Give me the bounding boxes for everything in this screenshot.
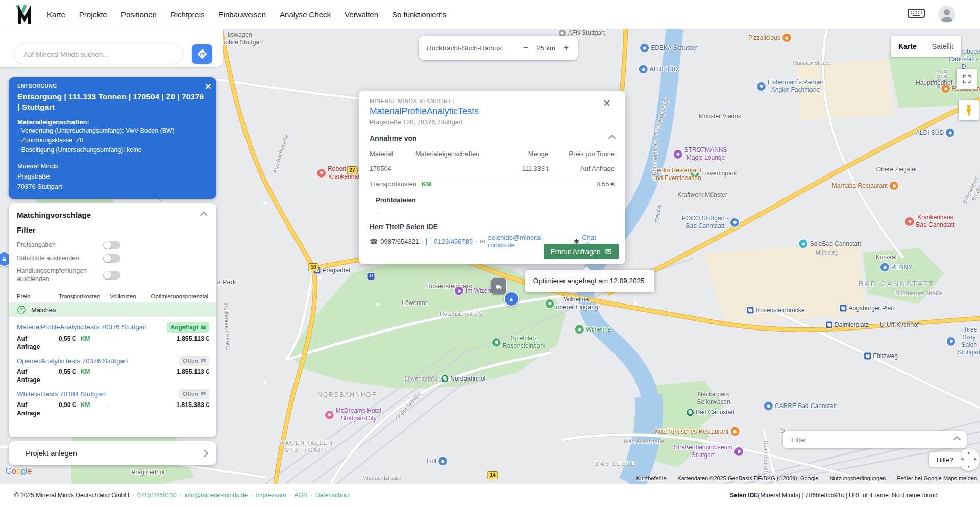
map-label-text: Rosensteinstraße — [440, 311, 484, 318]
match-name-link[interactable]: OpenedAnalyticTests 70376 Stuttgart — [17, 357, 128, 365]
ubahn-icon: U — [840, 305, 846, 312]
create-project-button[interactable]: Projekt anlegen — [9, 441, 216, 465]
poi-icon-food — [890, 182, 898, 190]
footer-link-07151-250100[interactable]: 07151/250100 — [137, 492, 177, 499]
poi-icon-shop — [880, 263, 889, 272]
google-logo[interactable]: Google — [5, 466, 32, 476]
material-property: Beseitigung (Untersuchungsumfang): keine — [17, 145, 208, 155]
popup-column-header: Menge — [492, 150, 548, 158]
matching-collapse-chevron-icon[interactable] — [200, 211, 207, 218]
match-name-link[interactable]: MaterialProfileAnalyticTests 70376 Stutt… — [17, 323, 147, 331]
fullscreen-button[interactable] — [957, 69, 977, 89]
mobile-number-link[interactable]: 0123/456789 — [434, 238, 473, 245]
map-label-hauptfriedhof: Hauptfriedhof — [916, 79, 952, 87]
nav-item-einbauweisen[interactable]: Einbauweisen — [218, 10, 266, 19]
standalone-poi-icon-u[interactable]: U — [368, 270, 375, 280]
radius-increase-button[interactable]: + — [562, 43, 570, 53]
pegman-button[interactable] — [959, 100, 979, 120]
match-transport-value: 0,90 € — [59, 401, 78, 409]
map-type-switcher: Karte Satellit — [891, 36, 961, 57]
map-label-carr-bad-cannstatt: CARRÉ Bad Cannstatt — [764, 402, 837, 411]
footer-right: Selen IDE (Mineral Minds) | 786bfe8cb91c… — [730, 484, 938, 507]
matches-group-header[interactable]: Matches — [9, 303, 216, 317]
map-label-ebitzweg: UEbitzweg — [864, 352, 898, 360]
map-marker-depot[interactable] — [491, 278, 507, 294]
filter-toggles: PreisangabenSubstitute ausblendenHandlun… — [9, 234, 216, 284]
map-marker-bluearrow[interactable]: ▲ — [504, 291, 519, 307]
footer-link-datenschutz[interactable]: Datenschutz — [315, 492, 350, 499]
footer-link-impressum[interactable]: Impressum — [256, 492, 286, 499]
map-label-marhaba-restaurant: Marhaba Restaurant — [832, 182, 898, 190]
km-tag: KM — [81, 368, 90, 375]
map-label-mcdreams-hotel-stuttgart-city: McDreams Hotel Stuttgart-City — [325, 407, 381, 422]
popup-column-header: Materialeigenschaften — [415, 150, 492, 158]
footer-link-agb[interactable]: AGB — [295, 492, 307, 499]
toggle-switch-substitute-ausblenden[interactable] — [103, 254, 120, 263]
map-type-satellit-button[interactable]: Satellit — [924, 36, 961, 57]
map-label-kswagen-omobile-stuttgart: kswagen omobile Stuttgart — [217, 31, 263, 46]
map-label-text: EDEKA Schuster — [651, 44, 697, 52]
ubahn-icon: U — [826, 322, 832, 328]
toggle-switch-preisangaben[interactable] — [103, 241, 120, 249]
nav-item-richtpreis[interactable]: Richtpreis — [170, 10, 205, 19]
toggle-switch-handlungsempfehlungen-ausblenden[interactable] — [103, 271, 120, 280]
map-label-nordbahnhof: NORDBAHNHOF — [317, 391, 377, 399]
popup-close-icon[interactable]: × — [603, 97, 610, 109]
road-shield-27: 27 — [347, 166, 357, 174]
match-name-link[interactable]: WhitelistTests 70184 Stuttgart — [17, 390, 106, 398]
envelope-icon: ✉ — [201, 357, 206, 364]
nav-item-analyse-check[interactable]: Analyse Check — [280, 10, 331, 19]
map-label-text: kswagen omobile Stuttgart — [217, 31, 263, 46]
mineral-minds-logo[interactable] — [15, 4, 33, 25]
map-label-text: PENNY — [891, 264, 912, 271]
poi-icon-food — [730, 427, 739, 436]
map-label-obere-ziegelei: Obere Ziegelei — [876, 166, 917, 173]
map-label-text: Spielplatz Rosensteinpark — [503, 335, 545, 350]
map-type-karte-button[interactable]: Karte — [891, 36, 924, 57]
google-logo-letter: o — [16, 466, 21, 476]
poi-icon-swim — [799, 240, 807, 248]
footer-separator: · — [180, 492, 182, 499]
poi-icon-venue — [734, 447, 743, 456]
map-label-text: Münster Viadukt — [699, 113, 743, 120]
filter-collapse-chevron-icon[interactable] — [953, 436, 961, 443]
nav-item-projekte[interactable]: Projekte — [79, 10, 107, 19]
user-avatar[interactable] — [938, 6, 955, 23]
map-label-text: Nürnberger Straße — [895, 290, 942, 297]
radius-decrease-button[interactable]: − — [522, 43, 529, 53]
nav-item-so-funktioniert-s[interactable]: So funktioniert's — [392, 10, 446, 19]
phone-number: 0987/654321 — [380, 238, 419, 245]
nav-item-karte[interactable]: Karte — [47, 10, 65, 19]
map-label-text: Mühlsteg — [816, 249, 839, 257]
disposal-close-icon[interactable]: × — [205, 80, 211, 92]
poi-icon-hotel — [325, 411, 334, 419]
attribution-item[interactable]: Fehler bei Google Maps melden — [897, 475, 977, 481]
map-label-text: Bad Cannstatt — [696, 409, 734, 416]
poi-icon-park — [545, 299, 554, 308]
email-icon: ✉ — [480, 238, 485, 245]
disposal-company: Mineral Minds — [17, 161, 208, 171]
search-block — [0, 29, 223, 67]
search-input[interactable] — [14, 44, 183, 64]
poi-icon-shop — [947, 337, 955, 346]
popup-table: MaterialMaterialeigenschaftenMengePreis … — [370, 146, 615, 191]
attribution-item[interactable]: Nutzungsbedingungen — [829, 475, 886, 481]
nav-item-positionen[interactable]: Positionen — [121, 10, 157, 19]
matching-panel: Matchingvorschläge Filter PreisangabenSu… — [9, 203, 216, 437]
map-label-text: BAD CANNSTATT — [859, 279, 935, 289]
help-button[interactable]: Hilfe? — [929, 452, 961, 467]
keyboard-icon[interactable] — [908, 8, 925, 20]
map-attribution: KurzbefehleKartendaten ©2025 GeoBasis-DE… — [636, 475, 977, 481]
map-filter-input[interactable] — [790, 436, 954, 444]
request-again-button[interactable]: Erneut Anfragen ✉ — [544, 244, 619, 259]
popup-title-link[interactable]: MaterialProfileAnalyticTests — [370, 106, 615, 117]
poi-icon-shop — [730, 218, 739, 227]
footer-link-info-mineral-minds-de[interactable]: info@mineral-minds.de — [185, 492, 248, 499]
popup-collapse-chevron-icon[interactable] — [608, 135, 616, 142]
depot-icon — [495, 283, 502, 290]
popup-address: Pragstraße 120, 70376, Stuttgart — [370, 119, 615, 126]
popup-cell: Auf Anfrage — [548, 165, 615, 172]
nav-item-verwalten[interactable]: Verwalten — [345, 10, 378, 19]
match-price: Auf Anfrage — [17, 401, 42, 417]
directions-button[interactable] — [192, 44, 212, 64]
